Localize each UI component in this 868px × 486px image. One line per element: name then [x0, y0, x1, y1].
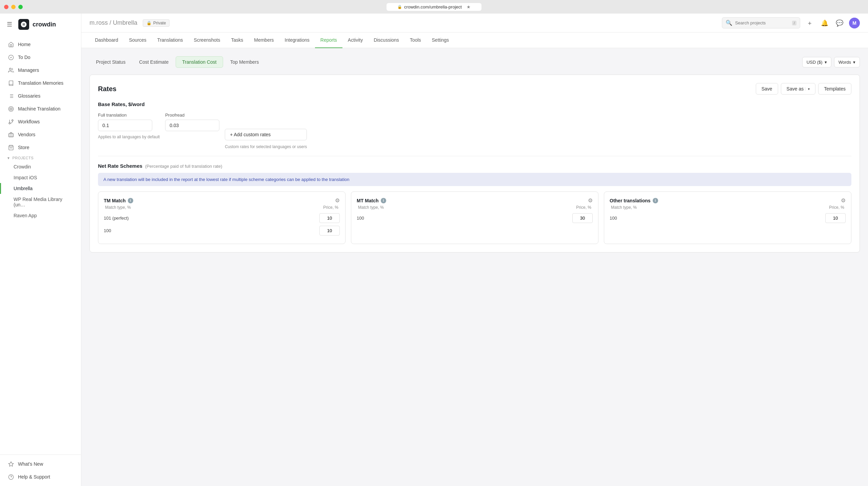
- rates-card-actions: Save Save as ▾ Templates: [756, 83, 851, 95]
- report-tab-cost-estimate[interactable]: Cost Estimate: [133, 56, 175, 68]
- project-item-umbrella[interactable]: Umbrella: [0, 183, 81, 194]
- full-translation-input[interactable]: [98, 120, 152, 131]
- report-area: Project Status Cost Estimate Translation…: [81, 48, 868, 486]
- net-rate-title: Net Rate Schemes: [98, 163, 142, 169]
- tm-match-gear-icon[interactable]: ⚙: [335, 197, 340, 204]
- add-button[interactable]: ＋: [804, 18, 815, 28]
- svg-point-24: [8, 474, 13, 479]
- tab-integrations[interactable]: Integrations: [279, 33, 315, 48]
- svg-rect-9: [10, 108, 12, 109]
- other-col2: Price, %: [829, 205, 844, 210]
- templates-button[interactable]: Templates: [818, 83, 851, 95]
- report-tab-translation-cost[interactable]: Translation Cost: [176, 56, 223, 68]
- sidebar-label-workflows: Workflows: [18, 119, 40, 124]
- maximize-dot[interactable]: [18, 5, 23, 9]
- mt-match-gear-icon[interactable]: ⚙: [588, 197, 593, 204]
- currency-select[interactable]: USD ($) ▾: [802, 57, 831, 67]
- sidebar-item-workflows[interactable]: Workflows: [0, 115, 81, 128]
- rates-card: Rates Save Save as ▾ Templates Base Rate…: [90, 75, 860, 252]
- tab-tasks[interactable]: Tasks: [225, 33, 249, 48]
- chevron-down-icon: ▾: [825, 60, 827, 65]
- other-translations-title: Other translations i: [610, 198, 658, 203]
- tab-translations[interactable]: Translations: [152, 33, 189, 48]
- mt-col2: Price, %: [576, 205, 591, 210]
- chat-icon[interactable]: 💬: [834, 18, 845, 28]
- sidebar-item-vendors[interactable]: Vendors: [0, 128, 81, 141]
- address-bar[interactable]: 🔒 crowdin.com/umbrella-project ★: [387, 3, 481, 11]
- tm-match-info-icon[interactable]: i: [128, 198, 133, 203]
- tab-discussions[interactable]: Discussions: [368, 33, 405, 48]
- sidebar-item-translation-memories[interactable]: Translation Memories: [0, 77, 81, 89]
- sidebar-item-machine-translation[interactable]: Machine Translation: [0, 102, 81, 115]
- save-as-button[interactable]: Save as ▾: [781, 83, 816, 95]
- sidebar-item-whats-new[interactable]: What's New: [0, 458, 81, 470]
- add-custom-rates-button[interactable]: + Add custom rates: [225, 129, 307, 140]
- rates-title: Rates: [98, 85, 116, 93]
- project-item-impact-ios[interactable]: Impact iOS: [0, 172, 81, 183]
- notification-bell-icon[interactable]: 🔔: [819, 18, 830, 28]
- sidebar-item-glossaries[interactable]: Glossaries: [0, 89, 81, 102]
- other-translations-info-icon[interactable]: i: [653, 198, 658, 203]
- proofread-input[interactable]: [165, 120, 219, 131]
- report-tab-top-members[interactable]: Top Members: [224, 56, 265, 68]
- avatar[interactable]: M: [849, 18, 860, 28]
- sidebar-nav: Home To Do Managers Translation Memories: [0, 35, 81, 454]
- search-box[interactable]: 🔍 /: [722, 17, 800, 28]
- svg-point-19: [12, 120, 13, 121]
- project-item-crowdin[interactable]: Crowdin: [0, 161, 81, 172]
- private-badge: 🔒 Private: [143, 19, 170, 27]
- net-rate-header: Net Rate Schemes (Percentage paid of ful…: [98, 163, 851, 169]
- search-icon: 🔍: [726, 20, 732, 26]
- save-button[interactable]: Save: [756, 83, 778, 95]
- projects-section[interactable]: ▼ Projects: [0, 154, 81, 161]
- tab-dashboard[interactable]: Dashboard: [90, 33, 124, 48]
- report-tab-project-status[interactable]: Project Status: [90, 56, 132, 68]
- applies-hint: Applies to all languages by default: [98, 135, 160, 139]
- other-price-input-0[interactable]: [825, 213, 846, 223]
- sidebar: ☰ crowdin Home To Do: [0, 14, 81, 486]
- header-right: 🔍 / ＋ 🔔 💬 M: [722, 17, 860, 28]
- bookmark-icon: ★: [467, 4, 471, 9]
- report-selects: USD ($) ▾ Words ▾: [802, 57, 860, 67]
- hamburger-icon[interactable]: ☰: [7, 21, 12, 28]
- check-circle-icon: [8, 54, 14, 60]
- proofread-field: Proofread: [165, 113, 219, 131]
- tab-reports[interactable]: Reports: [315, 33, 342, 48]
- words-select[interactable]: Words ▾: [834, 57, 860, 67]
- sidebar-label-store: Store: [18, 145, 29, 150]
- project-item-wp[interactable]: WP Real Media Library (un…: [0, 194, 81, 210]
- mt-match-info-icon[interactable]: i: [381, 198, 386, 203]
- sidebar-item-managers[interactable]: Managers: [0, 64, 81, 77]
- tm-match-label-0: 101 (perfect): [104, 216, 129, 221]
- tm-price-input-0[interactable]: [319, 213, 340, 223]
- tab-screenshots[interactable]: Screenshots: [189, 33, 226, 48]
- close-dot[interactable]: [4, 5, 8, 9]
- svg-marker-23: [8, 462, 13, 466]
- tab-activity[interactable]: Activity: [342, 33, 368, 48]
- tm-price-input-1[interactable]: [319, 226, 340, 236]
- sidebar-label-glossaries: Glossaries: [18, 93, 40, 99]
- search-input[interactable]: [735, 20, 789, 25]
- project-item-raven[interactable]: Raven App: [0, 210, 81, 221]
- cpu-icon: [8, 106, 14, 112]
- currency-label: USD ($): [807, 60, 823, 65]
- project-label-crowdin: Crowdin: [14, 164, 31, 169]
- mt-price-input-0[interactable]: [572, 213, 593, 223]
- tab-members[interactable]: Members: [249, 33, 279, 48]
- sidebar-item-help-support[interactable]: Help & Support: [0, 470, 81, 483]
- sidebar-item-home[interactable]: Home: [0, 38, 81, 51]
- tab-settings[interactable]: Settings: [427, 33, 455, 48]
- list-icon: [8, 93, 14, 99]
- titlebar: 🔒 crowdin.com/umbrella-project ★: [0, 0, 868, 14]
- other-col1: Match type, %: [611, 205, 637, 210]
- sidebar-label-home: Home: [18, 42, 31, 47]
- minimize-dot[interactable]: [11, 5, 16, 9]
- tm-row-0: 101 (perfect): [104, 213, 340, 223]
- sidebar-item-store[interactable]: Store: [0, 141, 81, 154]
- tm-col1: Match type, %: [105, 205, 131, 210]
- sidebar-item-todo[interactable]: To Do: [0, 51, 81, 64]
- tab-sources[interactable]: Sources: [124, 33, 152, 48]
- tab-tools[interactable]: Tools: [405, 33, 427, 48]
- other-translations-gear-icon[interactable]: ⚙: [841, 197, 846, 204]
- sidebar-bottom: What's New Help & Support: [0, 454, 81, 486]
